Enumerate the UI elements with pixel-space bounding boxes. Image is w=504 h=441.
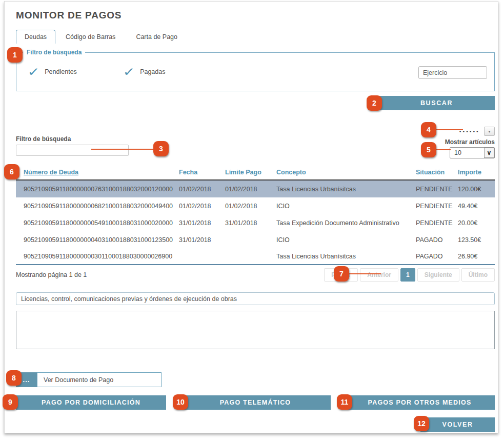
- header-concepto[interactable]: Concepto: [276, 169, 416, 176]
- annotation-line: [91, 149, 154, 150]
- concept-display-field[interactable]: Licencias, control, comunicaciones previ…: [16, 292, 495, 305]
- annotation-badge-7: 7: [334, 266, 349, 282]
- checkbox-pendientes[interactable]: ✓ Pendientes: [29, 67, 77, 77]
- dropdown-arrow-icon: ▼: [488, 130, 491, 133]
- annotation-badge-8: 8: [6, 370, 22, 386]
- buscar-row: BUSCAR: [16, 96, 495, 110]
- check-icon: ✓: [28, 67, 40, 77]
- cell-fecha: 01/02/2018: [179, 186, 225, 193]
- table-row[interactable]: 9052109059118000000040310001880310001235…: [16, 231, 495, 248]
- checkbox-pagadas[interactable]: ✓ Pagadas: [124, 67, 166, 77]
- cell-fecha: 01/02/2018: [179, 203, 225, 210]
- tab-deudas[interactable]: Deudas: [16, 30, 55, 44]
- annotation-badge-2: 2: [367, 95, 382, 111]
- header-importe[interactable]: Importe: [458, 169, 495, 176]
- cell-situacion: PAGADO: [416, 236, 458, 244]
- cell-situacion: PENDIENTE: [416, 186, 458, 193]
- tab-carta-de-pago[interactable]: Carta de Pago: [126, 30, 188, 44]
- filter-legend: Filtro de búsqueda: [23, 49, 85, 56]
- annotation-line: [435, 129, 463, 130]
- cell-concepto: Tasa Licencias Urbanísitcas: [276, 186, 416, 193]
- checkbox-pendientes-label: Pendientes: [45, 68, 77, 75]
- checkbox-pagadas-label: Pagadas: [140, 68, 165, 75]
- annotation-line: [435, 149, 451, 150]
- observations-textarea[interactable]: [16, 311, 495, 349]
- pagination-page-1-button[interactable]: 1: [400, 268, 415, 282]
- cell-importe: 49.40€: [458, 203, 495, 210]
- cell-importe: 123.50€: [458, 236, 495, 244]
- cell-concepto: ICIO: [276, 203, 416, 210]
- annotation-badge-10: 10: [173, 394, 188, 410]
- table-row[interactable]: 9052109059118000000054910001880310000200…: [16, 214, 495, 231]
- tab-codigo-de-barras[interactable]: Código de Barras: [55, 30, 126, 44]
- buscar-button[interactable]: BUSCAR: [378, 96, 495, 110]
- cell-fecha: 31/01/2018: [179, 236, 225, 244]
- page-info: Mostrando página 1 de 1: [16, 271, 87, 278]
- page-size-controls: •••••• ▼ Mostrar artículos 10 ∨: [445, 127, 495, 156]
- quick-filter-label: Filtro de búsqueda: [16, 135, 129, 143]
- check-icon: ✓: [123, 67, 135, 77]
- page-size-label: Mostrar artículos: [445, 138, 495, 146]
- page-size-select[interactable]: 10 ∨: [450, 147, 495, 158]
- header-limite-pago[interactable]: Límite Pago: [225, 169, 276, 176]
- table-row[interactable]: 9052109059118000000076310001880320001200…: [16, 181, 495, 197]
- payment-actions: PAGO POR DOMICILIACIÓN PAGO TELEMÁTICO P…: [16, 395, 495, 410]
- table-footer: Mostrando página 1 de 1 Primer Anterior …: [16, 268, 495, 282]
- columns-dropdown-button[interactable]: ▼: [484, 127, 495, 136]
- cell-numero: 9052109059118000000030110001880300000269…: [16, 253, 179, 260]
- tab-bar: Deudas Código de Barras Carta de Pago: [16, 30, 494, 44]
- ejercicio-input[interactable]: [418, 66, 487, 79]
- pagos-por-otros-medios-button[interactable]: PAGOS POR OTROS MEDIOS: [345, 395, 495, 410]
- page-title: MONITOR DE PAGOS: [16, 10, 494, 21]
- table-row[interactable]: 9052109059118000000030110001880300000269…: [16, 248, 495, 265]
- cell-concepto: Tasa Expedición Documento Administrativo: [276, 219, 416, 227]
- table-header-row: Número de Deuda Fecha Límite Pago Concep…: [16, 165, 495, 181]
- pagination-last-button[interactable]: Último: [461, 268, 495, 282]
- cell-numero: 9052109059118000000054910001880310000200…: [16, 219, 179, 227]
- cell-situacion: PAGADO: [416, 253, 458, 260]
- cell-importe: 26.90€: [458, 253, 495, 260]
- monitor-de-pagos-page: MONITOR DE PAGOS Deudas Código de Barras…: [0, 0, 504, 441]
- pagination-next-button[interactable]: Siguiente: [417, 268, 459, 282]
- cell-fecha: 31/01/2018: [179, 219, 225, 227]
- cell-importe: 120.00€: [458, 186, 495, 193]
- ver-documento-de-pago-field[interactable]: Ver Documento de Pago: [37, 372, 162, 387]
- cell-limite: 31/01/2018: [225, 219, 276, 227]
- pago-telematico-button[interactable]: PAGO TELEMÁTICO: [180, 395, 331, 410]
- cell-concepto: ICIO: [276, 236, 416, 244]
- main-panel: MONITOR DE PAGOS Deudas Código de Barras…: [4, 1, 498, 433]
- status-checkboxes: ✓ Pendientes ✓ Pagadas: [29, 67, 212, 77]
- annotation-badge-5: 5: [421, 142, 436, 157]
- header-numero-de-deuda[interactable]: Número de Deuda: [16, 169, 179, 176]
- header-situacion[interactable]: Situación: [416, 169, 458, 176]
- chevron-down-icon: ∨: [484, 148, 494, 158]
- volver-button[interactable]: VOLVER: [420, 417, 495, 432]
- quick-filter-input[interactable]: [16, 145, 129, 156]
- pago-por-domiciliacion-button[interactable]: PAGO POR DOMICILIACIÓN: [16, 395, 166, 410]
- annotation-badge-1: 1: [7, 47, 23, 63]
- annotation-badge-4: 4: [421, 122, 436, 137]
- annotation-badge-9: 9: [3, 394, 18, 410]
- page-size-value: 10: [450, 149, 461, 156]
- document-row: ... Ver Documento de Pago: [16, 372, 494, 387]
- annotation-badge-12: 12: [414, 416, 429, 431]
- search-filter-fieldset: Filtro de búsqueda ✓ Pendientes ✓ Pagada…: [16, 52, 495, 91]
- annotation-line: [348, 273, 381, 274]
- quick-filter: Filtro de búsqueda: [16, 127, 129, 156]
- cell-numero: 9052109059118000000040310001880310001235…: [16, 236, 179, 244]
- cell-situacion: PENDIENTE: [416, 219, 458, 227]
- cell-numero: 9052109059118000000076310001880320001200…: [16, 186, 179, 193]
- columns-menu: •••••• ▼: [459, 127, 495, 136]
- annotation-badge-6: 6: [4, 164, 19, 179]
- annotation-badge-3: 3: [153, 141, 169, 156]
- cell-situacion: PENDIENTE: [416, 203, 458, 210]
- header-fecha[interactable]: Fecha: [179, 169, 225, 176]
- cell-numero: 9052109059118000000068210001880320000494…: [16, 203, 179, 210]
- cell-limite: 01/02/2018: [225, 203, 276, 210]
- cell-limite: 01/02/2018: [225, 186, 276, 193]
- debts-table: Número de Deuda Fecha Límite Pago Concep…: [16, 165, 495, 265]
- annotation-badge-11: 11: [337, 394, 352, 410]
- pagination-prev-button[interactable]: Anterior: [360, 268, 398, 282]
- table-row[interactable]: 9052109059118000000068210001880320000494…: [16, 197, 495, 214]
- cell-concepto: Tasa Licencias Urbanísitcas: [276, 253, 416, 260]
